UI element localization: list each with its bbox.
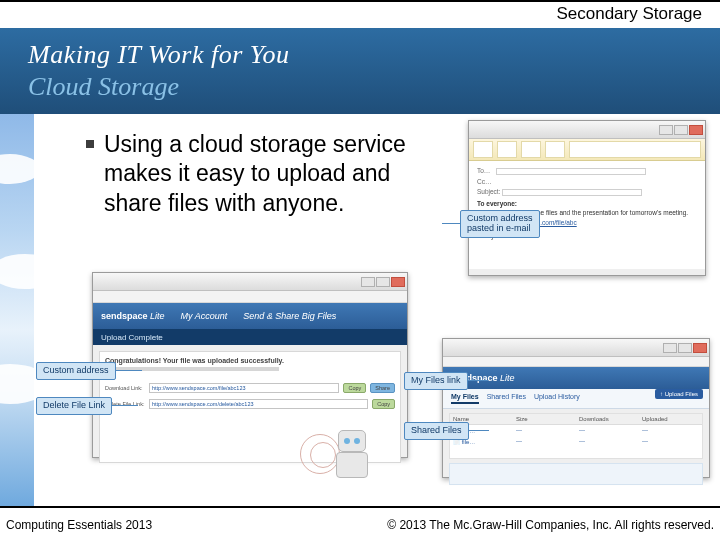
sky-background-strip	[0, 114, 34, 506]
callout-shared-files: Shared Files	[404, 422, 489, 440]
callout-label: My Files link	[404, 372, 468, 390]
header-rule	[0, 0, 720, 2]
window-titlebar	[93, 273, 407, 291]
callout-label: Custom address	[36, 362, 116, 380]
bullet-marker	[86, 140, 94, 148]
title-line-2: Cloud Storage	[28, 72, 720, 102]
callout-custom-address: Custom address	[36, 362, 142, 380]
callout-delete-file-link: Delete File Link	[36, 397, 138, 415]
chapter-label: Secondary Storage	[556, 4, 702, 24]
footer-left: Computing Essentials 2013	[6, 518, 152, 532]
slide-body: Using a cloud storage service makes it e…	[34, 114, 720, 506]
footer: Computing Essentials 2013 © 2013 The Mc.…	[0, 506, 720, 540]
bullet-text: Using a cloud storage service makes it e…	[104, 130, 446, 218]
callout-label: Custom address pasted in e-mail	[460, 210, 540, 238]
upload-files-button: ↑ Upload Files	[655, 389, 703, 399]
footer-right: © 2013 The Mc.Graw-Hill Companies, Inc. …	[387, 518, 714, 532]
title-line-1: Making IT Work for You	[28, 40, 720, 70]
slide: Secondary Storage Making IT Work for You…	[0, 0, 720, 540]
robot-mascot	[328, 424, 378, 484]
screenshot-email: To… Cc… Subject: To everyone: Attached i…	[468, 120, 706, 276]
page-heading: Upload Complete	[93, 329, 407, 345]
bullet-block: Using a cloud storage service makes it e…	[86, 130, 446, 218]
brand-band: sendspace LiteMy AccountSend & Share Big…	[93, 303, 407, 329]
callout-label: Delete File Link	[36, 397, 112, 415]
window-titlebar	[469, 121, 705, 139]
upload-pane: Congratulations! Your file was uploaded …	[99, 351, 401, 463]
window-titlebar	[443, 339, 709, 357]
header: Secondary Storage Making IT Work for You…	[0, 0, 720, 116]
screenshot-my-files: sendspace Lite My Files Shared Files Upl…	[442, 338, 710, 478]
email-greeting: To everyone:	[477, 200, 697, 207]
email-ribbon	[469, 139, 705, 161]
callout-email-address: Custom address pasted in e-mail	[442, 210, 540, 238]
footer-rule	[0, 506, 720, 508]
title-band: Making IT Work for You Cloud Storage	[0, 28, 720, 114]
callout-label: Shared Files	[404, 422, 469, 440]
callout-my-files-link: My Files link	[404, 372, 488, 390]
